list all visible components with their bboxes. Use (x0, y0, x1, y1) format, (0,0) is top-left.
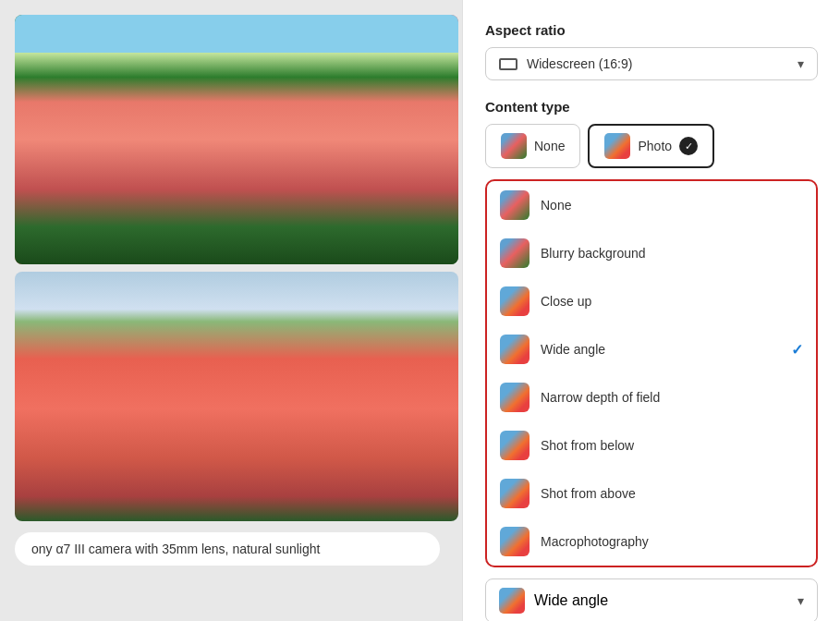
dropdown-item-wide-angle[interactable]: Wide angle ✓ (487, 325, 816, 373)
shot-below-icon (500, 431, 530, 460)
wide-angle-check-icon: ✓ (791, 341, 803, 359)
bottom-selected-dropdown[interactable]: Wide angle ▾ (485, 578, 818, 621)
dropdown-item-close-up[interactable]: Close up (487, 277, 816, 325)
content-type-dropdown-menu: None Blurry background Close up Wide ang… (485, 179, 818, 567)
content-type-label: Content type (485, 99, 818, 115)
wide-angle-label: Wide angle (541, 342, 780, 357)
left-panel: ony α7 III camera with 35mm lens, natura… (0, 0, 462, 621)
none-dropdown-label: None (541, 198, 803, 213)
bottom-dropdown-chevron-icon: ▾ (797, 593, 804, 608)
content-type-none-label: None (534, 139, 565, 153)
aspect-ratio-label: Aspect ratio (485, 22, 818, 38)
content-type-none-button[interactable]: None (485, 124, 580, 168)
aspect-ratio-chevron-icon: ▾ (797, 56, 804, 71)
widescreen-icon (499, 58, 517, 70)
macrophotography-label: Macrophotography (541, 534, 803, 549)
photo-icon (604, 133, 630, 159)
narrow-depth-label: Narrow depth of field (541, 390, 803, 405)
blurry-background-icon (500, 238, 530, 268)
caption-text: ony α7 III camera with 35mm lens, natura… (31, 542, 320, 556)
bottom-selected-icon (499, 588, 525, 614)
right-panel: Aspect ratio Widescreen (16:9) ▾ Content… (462, 0, 840, 621)
blurry-background-label: Blurry background (541, 246, 803, 261)
bottom-selected-label: Wide angle (534, 592, 608, 609)
shot-above-label: Shot from above (541, 486, 803, 501)
dropdown-item-shot-below[interactable]: Shot from below (487, 421, 816, 469)
shot-below-label: Shot from below (541, 438, 803, 453)
none-dropdown-icon (500, 190, 530, 220)
close-up-label: Close up (541, 294, 803, 309)
aspect-ratio-dropdown[interactable]: Widescreen (16:9) ▾ (485, 47, 818, 80)
dropdown-item-blurry-background[interactable]: Blurry background (487, 229, 816, 277)
dropdown-item-none[interactable]: None (487, 181, 816, 229)
photo-check-icon: ✓ (679, 137, 698, 155)
macrophotography-icon (500, 527, 530, 556)
bottom-dropdown-left: Wide angle (499, 588, 608, 614)
image-top (15, 15, 458, 264)
caption-bar: ony α7 III camera with 35mm lens, natura… (15, 532, 440, 566)
dropdown-item-shot-above[interactable]: Shot from above (487, 469, 816, 518)
dropdown-item-narrow-depth[interactable]: Narrow depth of field (487, 373, 816, 421)
close-up-icon (500, 286, 530, 316)
aspect-ratio-value: Widescreen (16:9) (527, 56, 632, 71)
content-type-photo-label: Photo (638, 139, 672, 153)
content-type-row: None Photo ✓ (485, 124, 818, 168)
dropdown-item-macrophotography[interactable]: Macrophotography (487, 518, 816, 566)
image-bottom (15, 272, 458, 521)
shot-above-icon (500, 479, 530, 508)
content-type-photo-button[interactable]: Photo ✓ (588, 124, 714, 168)
wide-angle-icon (500, 335, 530, 364)
none-icon (501, 133, 527, 159)
aspect-ratio-dropdown-left: Widescreen (16:9) (499, 56, 632, 71)
narrow-depth-icon (500, 383, 530, 412)
